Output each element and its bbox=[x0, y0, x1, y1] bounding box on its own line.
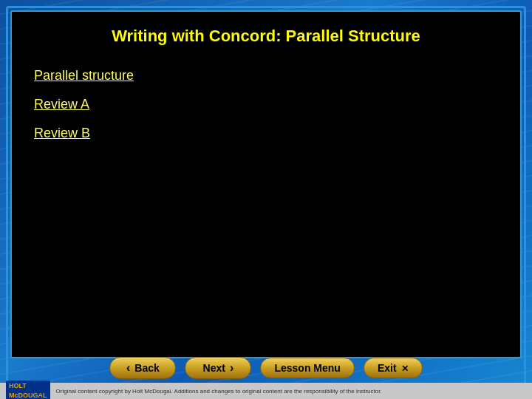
main-content-area: Writing with Concord: Parallel Structure… bbox=[10, 10, 522, 358]
next-button[interactable]: Next bbox=[185, 357, 251, 379]
page-title: Writing with Concord: Parallel Structure bbox=[34, 27, 498, 46]
nav-buttons-area: Back Next Lesson Menu Exit bbox=[10, 355, 522, 381]
brand-holt: HOLT bbox=[9, 382, 27, 389]
back-label: Back bbox=[134, 362, 159, 374]
next-label: Next bbox=[203, 362, 225, 374]
exit-button[interactable]: Exit bbox=[364, 358, 423, 378]
review-b-link[interactable]: Review B bbox=[34, 126, 90, 140]
exit-x-icon bbox=[401, 362, 409, 374]
parallel-structure-link[interactable]: Parallel structure bbox=[34, 68, 134, 83]
lesson-menu-button[interactable]: Lesson Menu bbox=[260, 358, 354, 378]
back-arrow-icon bbox=[126, 361, 130, 375]
topic-link-list: Parallel structure Review A Review B bbox=[34, 68, 498, 141]
review-a-link[interactable]: Review A bbox=[34, 97, 89, 112]
footer-bar: HOLT McDOUGAL Original content copyright… bbox=[0, 383, 532, 399]
copyright-text: Original content copyright by Holt McDou… bbox=[56, 388, 382, 395]
list-item: Review B bbox=[34, 126, 498, 141]
list-item: Parallel structure bbox=[34, 68, 498, 83]
brand-logo: HOLT McDOUGAL bbox=[6, 381, 50, 399]
brand-mcdougal: McDOUGAL bbox=[9, 392, 47, 399]
back-button[interactable]: Back bbox=[109, 357, 176, 379]
next-arrow-icon bbox=[230, 361, 233, 375]
lesson-menu-label: Lesson Menu bbox=[274, 362, 340, 374]
list-item: Review A bbox=[34, 97, 498, 112]
exit-label: Exit bbox=[378, 362, 397, 374]
